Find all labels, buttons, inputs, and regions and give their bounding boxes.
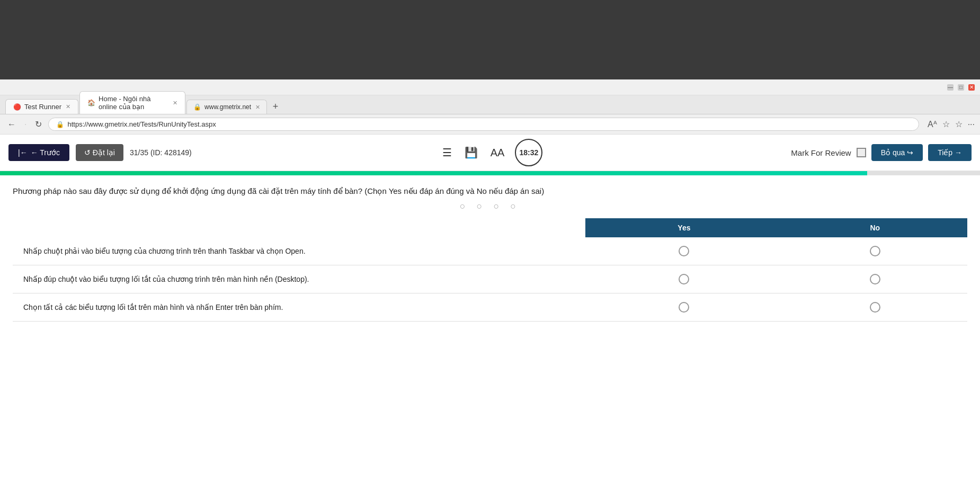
prev-label: ← Trước [31, 148, 60, 157]
row-3-yes[interactable] [585, 293, 782, 322]
reset-label: ↺ Đặt lại [84, 148, 115, 157]
answer-table: Yes No Nhấp chuột phải vào biểu tượng củ… [13, 218, 967, 322]
col-header-empty [13, 218, 585, 237]
row-3-text: Chọn tất cả các biểu tượng lối tắt trên … [13, 293, 585, 322]
favorites-icon[interactable]: ☆ [942, 119, 950, 129]
radio-row3-no[interactable] [870, 302, 880, 313]
lock-icon: 🔒 [56, 121, 64, 128]
col-header-yes: Yes [585, 218, 782, 237]
tab-home-icon: 🏠 [87, 99, 95, 106]
window-min-btn[interactable]: — [947, 84, 954, 91]
table-row: Nhấp đúp chuột vào biểu tượng lối tắt củ… [13, 265, 967, 293]
radio-row2-yes[interactable] [679, 274, 689, 284]
skip-button[interactable]: Bỏ qua ↪ [871, 144, 923, 161]
question-counter: 31/35 (ID: 428149) [130, 148, 192, 157]
timer-value: 18:32 [519, 148, 538, 157]
tab-gmetrix-icon: 🔒 [193, 103, 201, 111]
col-header-no: No [783, 218, 967, 237]
forward-button[interactable]: · [22, 118, 29, 131]
table-row: Nhấp chuột phải vào biểu tượng của chươn… [13, 237, 967, 265]
radio-row3-yes[interactable] [679, 302, 689, 313]
radio-row2-no[interactable] [870, 274, 880, 284]
tab-bar: 🔴 Test Runner ✕ 🏠 Home - Ngôi nhà online… [0, 95, 980, 114]
page-content: |← ← Trước ↺ Đặt lại 31/35 (ID: 428149) … [0, 135, 980, 490]
row-2-text: Nhấp đúp chuột vào biểu tượng lối tắt củ… [13, 265, 585, 293]
font-size-button[interactable]: AA [488, 145, 507, 161]
reader-view-icon[interactable]: Aᴬ [928, 119, 937, 129]
row-3-no[interactable] [783, 293, 967, 322]
progress-bar-container [0, 171, 980, 175]
tab-home[interactable]: 🏠 Home - Ngôi nhà online của bạn ✕ [79, 91, 185, 114]
prev-button[interactable]: |← ← Trước [8, 144, 69, 161]
back-button[interactable]: ← [5, 118, 18, 131]
window-close-btn[interactable]: ✕ [968, 84, 975, 91]
browser-toolbar-icons: Aᴬ ☆ ☆ ··· [928, 119, 975, 129]
table-row: Chọn tất cả các biểu tượng lối tắt trên … [13, 293, 967, 322]
row-1-text: Nhấp chuột phải vào biểu tượng của chươn… [13, 237, 585, 265]
radio-row1-no[interactable] [870, 246, 880, 256]
refresh-button[interactable]: ↻ [33, 117, 44, 131]
tab-gmetrix[interactable]: 🔒 www.gmetrix.net ✕ [186, 100, 267, 114]
toolbar-center: ☰ 💾 AA 18:32 [198, 139, 785, 166]
reset-button[interactable]: ↺ Đặt lại [76, 144, 123, 161]
row-1-no[interactable] [783, 237, 967, 265]
tab-home-label: Home - Ngôi nhà online của bạn [99, 95, 168, 111]
toolbar-right: Mark For Review Bỏ qua ↪ Tiếp → [791, 144, 972, 161]
tab-test-runner-label: Test Runner [24, 103, 61, 111]
timer-display: 18:32 [515, 139, 542, 166]
row-2-no[interactable] [783, 265, 967, 293]
tab-gmetrix-close[interactable]: ✕ [255, 104, 260, 111]
radio-row1-yes[interactable] [679, 246, 689, 256]
address-box[interactable]: 🔒 https://www.gmetrix.net/Tests/RunUnity… [48, 118, 919, 131]
next-label: Tiếp → [938, 148, 962, 157]
reading-list-icon[interactable]: ☆ [955, 119, 963, 129]
row-2-yes[interactable] [585, 265, 782, 293]
prev-icon: |← [18, 148, 28, 157]
tab-test-runner[interactable]: 🔴 Test Runner ✕ [5, 99, 78, 114]
mark-review-label: Mark For Review [791, 148, 851, 157]
progress-bar-fill [0, 171, 867, 175]
tab-home-close[interactable]: ✕ [173, 100, 177, 106]
mark-review-checkbox[interactable] [857, 148, 866, 157]
window-max-btn[interactable]: □ [958, 84, 964, 91]
menu-icon[interactable]: ··· [968, 120, 975, 129]
address-bar-row: ← · ↻ 🔒 https://www.gmetrix.net/Tests/Ru… [0, 114, 980, 135]
row-1-yes[interactable] [585, 237, 782, 265]
new-tab-button[interactable]: + [268, 99, 283, 114]
dots-indicator: ○ ○ ○ ○ [13, 201, 967, 212]
test-toolbar: |← ← Trước ↺ Đặt lại 31/35 (ID: 428149) … [0, 135, 980, 171]
list-icon-button[interactable]: ☰ [440, 144, 454, 161]
skip-label: Bỏ qua ↪ [881, 148, 913, 157]
question-area: Phương pháp nào sau đây được sử dụng để … [0, 175, 980, 326]
next-button[interactable]: Tiếp → [928, 144, 972, 161]
question-text: Phương pháp nào sau đây được sử dụng để … [13, 185, 967, 198]
tab-gmetrix-label: www.gmetrix.net [204, 103, 251, 111]
tab-test-runner-close[interactable]: ✕ [66, 103, 70, 110]
tab-test-runner-icon: 🔴 [13, 103, 21, 111]
save-icon-button[interactable]: 💾 [462, 144, 480, 161]
address-text: https://www.gmetrix.net/Tests/RunUnityTe… [67, 120, 216, 128]
